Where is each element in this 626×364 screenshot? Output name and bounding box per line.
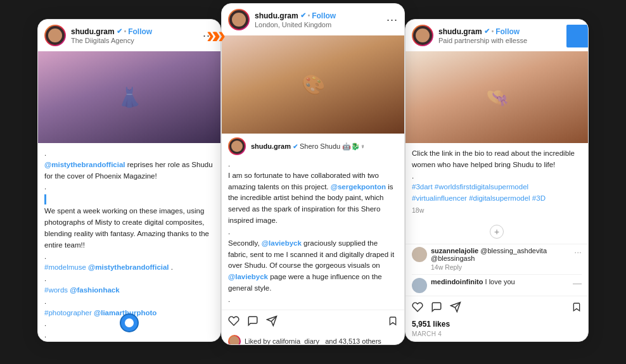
heart-icon-right[interactable] xyxy=(412,301,423,316)
mention-1-left[interactable]: @mistythebrandofficial xyxy=(44,161,125,168)
post-header-middle: shudu.gram ✔ • Follow London, United Kin… xyxy=(222,4,404,35)
comment-user-1: suzannelajolie xyxy=(431,247,478,254)
verified-left: ✔ xyxy=(117,27,122,35)
comment-more-2: — xyxy=(573,278,582,288)
inner-caption: Shero Shudu 🤖🐉♀ xyxy=(300,142,366,151)
post-image-left: 👗 xyxy=(38,51,220,143)
hashtags-right: #3dart #worldsfirstdigitalsupermodel #vi… xyxy=(412,182,582,204)
post-image-middle: 🎨 xyxy=(222,35,404,134)
verified-middle: ✔ xyxy=(300,11,306,20)
subtitle-middle: London, United Kingdom xyxy=(255,21,381,28)
add-comment-area: + xyxy=(406,221,588,242)
follow-btn-right[interactable]: Follow xyxy=(495,27,520,36)
follow-btn-left[interactable]: Follow xyxy=(128,27,152,36)
heart-icon-middle[interactable] xyxy=(228,315,240,330)
inner-username: shudu.gram xyxy=(251,142,291,150)
blue-circle xyxy=(120,313,139,332)
avatar-right xyxy=(412,25,433,46)
bookmark-icon-middle[interactable] xyxy=(388,315,398,330)
header-info-right: shudu.gram ✔ • Follow Paid partnership w… xyxy=(438,27,565,44)
meta-right: 18w xyxy=(412,206,582,216)
comment-avatar-1 xyxy=(412,247,427,262)
comment-user-2: medindoinfinito xyxy=(431,278,483,286)
follow-btn-middle[interactable]: Follow xyxy=(312,11,336,20)
post-card-right: shudu.gram ✔ • Follow Paid partnership w… xyxy=(405,19,589,342)
comment-meta-1: 14w Reply xyxy=(431,263,570,271)
actions-right xyxy=(406,298,588,318)
bookmark-icon-right[interactable] xyxy=(572,301,582,316)
blue-square-decoration xyxy=(566,25,589,47)
post-card-middle: shudu.gram ✔ • Follow London, United Kin… xyxy=(221,3,405,345)
share-icon-right[interactable] xyxy=(450,301,461,316)
comment-text-2: I love you xyxy=(485,278,515,286)
liked-by-text: Liked by california_diary_ and 43,513 ot… xyxy=(245,337,381,345)
comment-avatar-2 xyxy=(412,278,427,293)
post-header-left: shudu.gram ✔ • Follow The Diigitals Agen… xyxy=(38,20,220,51)
date-right: MARCH 4 xyxy=(406,330,588,341)
chevron-icon: »» xyxy=(207,24,219,47)
subtitle-left: The Diigitals Agency xyxy=(71,37,198,44)
comment-row-1: suzannelajolie @blessing_ashdevita @bles… xyxy=(406,246,588,272)
add-comment-icon[interactable]: + xyxy=(490,225,504,239)
inner-avatar xyxy=(228,137,246,155)
comment-more-1: ··· xyxy=(574,247,582,257)
username-left: shudu.gram xyxy=(71,27,115,36)
likes-right: 5,951 likes xyxy=(406,318,588,330)
post-body-right: Click the link in the bio to read about … xyxy=(406,143,588,221)
username-middle: shudu.gram xyxy=(255,11,298,20)
avatar-middle xyxy=(228,9,250,30)
liked-by-row: Liked by california_diary_ and 43,513 ot… xyxy=(222,332,404,345)
comment-icon-middle[interactable] xyxy=(247,315,259,330)
subtitle-right: Paid partnership with ellesse xyxy=(438,37,565,44)
comment-icon-right[interactable] xyxy=(431,301,442,316)
avatar-left xyxy=(44,25,66,46)
inner-user-row: shudu.gram ✔ Shero Shudu 🤖🐉♀ xyxy=(222,134,404,156)
header-info-left: shudu.gram ✔ • Follow The Diigitals Agen… xyxy=(71,27,198,44)
post-body-middle: . I am so fortunate to have collaborated… xyxy=(222,156,404,308)
post-card-left: shudu.gram ✔ • Follow The Diigitals Agen… xyxy=(37,19,221,342)
more-btn-middle[interactable]: ··· xyxy=(386,14,398,25)
actions-middle xyxy=(222,311,404,332)
scene: shudu.gram ✔ • Follow The Diigitals Agen… xyxy=(0,0,626,364)
verified-right: ✔ xyxy=(484,27,490,35)
inner-verified: ✔ xyxy=(293,143,298,150)
header-info-middle: shudu.gram ✔ • Follow London, United Kin… xyxy=(255,11,381,28)
post-body-left: . @mistythebrandofficial reprises her ro… xyxy=(38,143,220,342)
blue-bar xyxy=(44,194,46,204)
post-header-right: shudu.gram ✔ • Follow Paid partnership w… xyxy=(406,20,588,51)
username-right: shudu.gram xyxy=(438,27,482,36)
chevrons-wrapper: »» xyxy=(207,24,219,47)
post-image-right: 👒 xyxy=(406,51,588,143)
liked-avatar xyxy=(228,335,241,345)
comment-row-2: medindoinfinito I love you — xyxy=(406,277,588,294)
share-icon-middle[interactable] xyxy=(266,315,278,330)
